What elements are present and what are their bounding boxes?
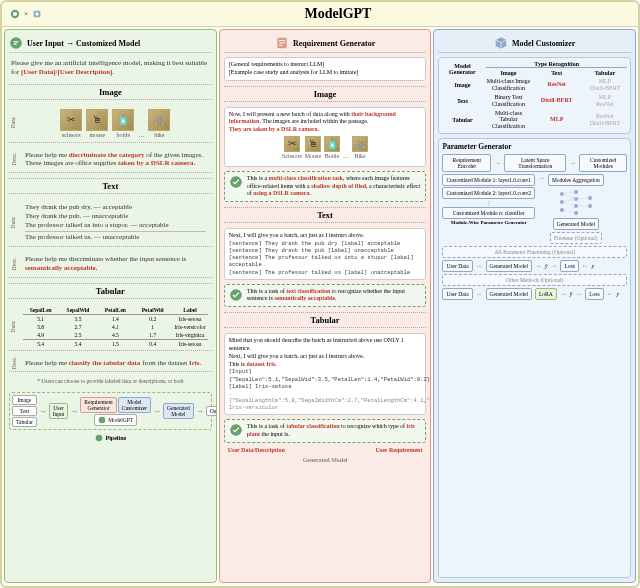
thumb-bottle: 🧴	[112, 109, 134, 131]
spark-icon	[98, 416, 106, 424]
main-layout: User Input → Customized Model Please giv…	[2, 27, 638, 585]
svg-line-22	[562, 199, 576, 202]
text-desc-block: Desc. Please help me discriminate whethe…	[9, 251, 212, 278]
image-section-title: Image	[9, 84, 212, 100]
all-ft-header: All-Parameter Finetuning (Optional)	[442, 246, 627, 258]
mid-bottom-labels: User Data/Description User Requirement	[224, 447, 427, 453]
analysis-icon	[229, 288, 243, 302]
nn-icon	[556, 188, 596, 216]
pipe-gen-model: Generated Model	[163, 403, 194, 419]
table-header: SepalLenSepalWidPetalLenPetalWidLabel	[23, 306, 208, 315]
intro-prompt: Please give me an artificial intelligenc…	[9, 57, 212, 79]
mid-tabular-body: Mind that you should describe the batch …	[224, 333, 427, 415]
table-row: 4.92.54.51.7Iris-virginica	[23, 331, 208, 339]
pipe-tabular: Tabular	[12, 417, 37, 427]
model-customizer-panel: Model Customizer Model Generator Type Re…	[433, 29, 636, 583]
tabular-desc-block: Desc. Please help me classify the tabula…	[9, 355, 212, 373]
gear-icon	[95, 434, 103, 442]
text-data-block: Data They drank the pub dry. — acceptabl…	[9, 199, 212, 247]
pipeline-diagram: Image Text Tabular → User Input → Requir…	[9, 392, 212, 430]
other-methods-header: Other Methods (Optional)	[442, 274, 627, 286]
doc-icon	[275, 36, 289, 50]
loss-box: Loss	[560, 260, 578, 272]
chat-icon	[10, 9, 20, 19]
table-row: 5.43.41.50.4Iris-setosa	[23, 339, 208, 348]
svg-point-3	[35, 12, 38, 15]
type-rec-title: Type Recognition	[486, 61, 627, 68]
image-thumbs: ✂scissors 🖱mouse 🧴bottle … 🚲bike	[23, 107, 208, 140]
param-gen-title: Parameter Generator	[442, 142, 627, 151]
preamble-box: [General requirements to instruct LLM] […	[224, 57, 427, 81]
table-row: 5.13.51.40.2Iris-setosa	[23, 315, 208, 323]
finetune-opt-box: Finetune (Optional)	[550, 232, 602, 244]
mid-text-body: Next, I will give you a batch, act just …	[224, 228, 427, 280]
cust-mods-box: Customized Modules	[579, 154, 627, 172]
analysis-icon	[229, 423, 243, 437]
table-row: 5.82.74.11Iris-versicolor	[23, 323, 208, 331]
thumb-mouse: 🖱	[86, 109, 108, 131]
pipe-image: Image	[12, 395, 37, 405]
arrow-icon: →	[39, 407, 47, 416]
pipe-req-gen: Requirement Generator	[80, 397, 116, 413]
pipe-output: Output	[206, 406, 217, 416]
data-label: Data	[10, 117, 16, 128]
mid-image-body: Now, I will present a new batch of data …	[224, 107, 427, 167]
lora-box: LoRA	[535, 288, 557, 300]
title-bar: × ModelGPT	[2, 2, 638, 27]
model-gen-label: Model Generator	[442, 63, 482, 75]
svg-point-1	[13, 12, 17, 16]
user-input-panel: User Input → Customized Model Please giv…	[4, 29, 217, 583]
svg-line-20	[562, 192, 576, 194]
mid-image-title: Image	[224, 86, 427, 102]
thumb-bike: 🚲	[148, 109, 170, 131]
right-header: Model Customizer	[438, 34, 631, 53]
requirement-generator-panel: Requirement Generator [General requireme…	[219, 29, 432, 583]
svg-line-25	[576, 198, 590, 199]
mw-gen-label: Module-Wise Parameter Generator	[442, 220, 534, 225]
pipeline-label: Pipeline	[9, 434, 212, 442]
parameter-generator-box: Parameter Generator Requirement Encoder …	[438, 138, 631, 578]
type-recognition-box: Model Generator Type Recognition Image T…	[438, 57, 631, 134]
cube-icon	[494, 36, 508, 50]
modn-box: Customized Module n: classifier	[442, 207, 534, 219]
app-title: ModelGPT	[46, 6, 630, 22]
pipe-mod-cust: Model Customizer	[118, 397, 151, 413]
mod2-box: Customized Module 2: layer1.0.conv2	[442, 187, 534, 199]
times-glyph: ×	[24, 10, 28, 18]
left-header: User Input → Customized Model	[9, 34, 212, 53]
svg-line-21	[562, 194, 576, 199]
latent-box: Latent Space Transformation	[504, 154, 566, 172]
image-desc-block: Desc. Please help me discriminate the ca…	[9, 147, 212, 174]
mid-tabular-title: Tabular	[224, 312, 427, 328]
text-section-title: Text	[9, 178, 212, 194]
analysis-icon	[229, 175, 243, 189]
gen-model-box: Generated Model	[553, 218, 599, 230]
svg-point-6	[95, 435, 102, 442]
pipe-text: Text	[12, 406, 37, 416]
mid-header: Requirement Generator	[224, 34, 427, 53]
generated-model-label: Generated Model	[224, 457, 427, 463]
chat-icon	[9, 36, 23, 50]
mid-text-title: Text	[224, 207, 427, 223]
mod-agg-box: Modules Aggregation	[548, 174, 604, 186]
mid-text-analysis: This is a task of text classification to…	[224, 284, 427, 308]
pipe-user-input: User Input	[49, 403, 69, 419]
mid-image-analysis: This is a multi-class classification tas…	[224, 171, 427, 202]
tabular-data-block: Data SepalLenSepalWidPetalLenPetalWidLab…	[9, 304, 212, 351]
thumb-scissors: ✂	[60, 109, 82, 131]
footnote: * Users can choose to provide labeled da…	[9, 376, 212, 386]
req-encoder-box: Requirement Encoder	[442, 154, 491, 172]
svg-point-5	[99, 416, 106, 423]
mod1-box: Customized Module 1: layer1.0.conv1	[442, 174, 534, 186]
svg-line-24	[562, 210, 576, 213]
tabular-section-title: Tabular	[9, 283, 212, 299]
svg-line-23	[562, 202, 576, 206]
pipe-modelgpt: ModelGPT	[94, 414, 137, 426]
model-icon	[32, 9, 42, 19]
image-data-block: Data ✂scissors 🖱mouse 🧴bottle … 🚲bike	[9, 105, 212, 143]
svg-point-4	[10, 37, 22, 49]
mid-tabular-analysis: This is a task of tabular classification…	[224, 419, 427, 443]
desc-label: Desc.	[11, 153, 17, 167]
user-data-box: User Data	[442, 260, 472, 272]
